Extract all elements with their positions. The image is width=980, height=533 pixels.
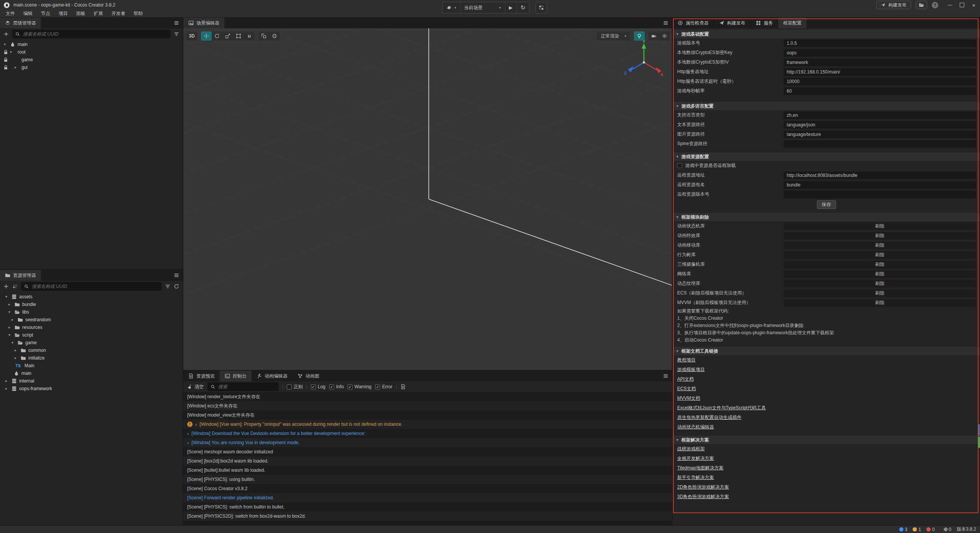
field-input[interactable] — [784, 181, 976, 189]
remove-module-button[interactable]: 剔除 — [784, 280, 976, 288]
collapse-icon[interactable]: ▾ — [676, 104, 678, 108]
collapse-icon[interactable]: ▾ — [676, 215, 678, 219]
build-publish-button[interactable]: 构建发布 — [876, 1, 911, 9]
asset-node-libs[interactable]: ▾ libs — [0, 308, 183, 316]
field-input[interactable] — [784, 59, 976, 66]
menu-panel[interactable]: 面板 — [72, 10, 90, 17]
pivot-snap-button[interactable] — [258, 31, 269, 41]
filter-warning-checkbox[interactable]: ✓ Warning — [348, 384, 371, 389]
tab-animation-editor[interactable]: 动画编辑器 — [252, 371, 292, 381]
console-search-input[interactable] — [217, 384, 276, 390]
refresh-icon[interactable] — [174, 284, 179, 289]
close-button[interactable]: × — [972, 2, 975, 8]
remove-module-button[interactable]: 剔除 — [784, 289, 976, 297]
regex-checkbox[interactable]: 正则 — [287, 384, 303, 390]
asset-node-script[interactable]: ▾ script — [0, 331, 183, 339]
maximize-button[interactable] — [960, 3, 964, 7]
coordinate-mode-button[interactable] — [269, 31, 280, 41]
mode-3d-toggle[interactable]: 3D — [186, 31, 197, 41]
expand-icon[interactable]: ▸ — [8, 302, 10, 306]
filter-info-checkbox[interactable]: ✓ Info — [329, 384, 344, 389]
tab-scene-editor[interactable]: 场景编辑器 — [183, 18, 224, 28]
filter-error-checkbox[interactable]: ✓ Error — [375, 384, 392, 389]
solution-link[interactable]: 战棋游戏框架 — [677, 444, 705, 454]
menu-file[interactable]: 文件 — [2, 10, 19, 17]
solution-link[interactable]: 2D角色扮演游戏解决方案 — [677, 482, 729, 492]
hierarchy-node-main[interactable]: ▾ main — [0, 41, 183, 48]
expand-icon[interactable]: ▸ — [15, 65, 16, 69]
tab-console[interactable]: 控制台 — [220, 371, 252, 381]
asset-node-Main[interactable]: TS Main — [0, 362, 183, 370]
expand-icon[interactable]: ▸ — [15, 348, 16, 352]
hierarchy-node-gui[interactable]: ▸ gui — [0, 64, 183, 71]
log-row-info[interactable]: › [Window] You are running Vue in develo… — [183, 438, 672, 447]
expand-icon[interactable]: ▾ — [10, 50, 12, 54]
field-input[interactable] — [784, 39, 976, 47]
expand-icon[interactable]: ▸ — [8, 325, 10, 329]
remove-module-button[interactable]: 剔除 — [784, 232, 976, 240]
doc-link[interactable]: 动画状态机编辑器 — [677, 422, 714, 432]
menu-project[interactable]: 项目 — [54, 10, 72, 17]
checkbox-checked[interactable]: ✓ — [348, 384, 353, 389]
expand-icon[interactable]: ▾ — [5, 295, 7, 299]
lighting-toggle-button[interactable] — [634, 31, 645, 41]
asset-node-internal[interactable]: ▸ internal — [0, 377, 183, 385]
filter-icon[interactable] — [165, 284, 170, 289]
filter-icon[interactable] — [174, 31, 179, 37]
solution-link[interactable]: 新手引导解决方案 — [677, 473, 714, 482]
field-input[interactable] — [784, 68, 976, 76]
asset-node-game[interactable]: ▾ game — [0, 339, 183, 347]
menu-help[interactable]: 帮助 — [129, 10, 147, 17]
checkbox-checked[interactable]: ✓ — [329, 384, 334, 389]
field-input[interactable] — [784, 172, 976, 179]
expand-icon[interactable]: › — [195, 422, 197, 427]
info-count-badge[interactable]: 3 — [899, 527, 908, 532]
create-asset-button[interactable] — [3, 284, 9, 289]
tab-framework-config[interactable]: 框架配置 — [778, 18, 807, 28]
tab-property-inspector[interactable]: 属性检查器 — [673, 18, 714, 28]
log-row-warning[interactable]: ! › [Window] [Vue warn]: Property "onInp… — [183, 420, 672, 429]
remove-module-button[interactable]: 剔除 — [784, 251, 976, 259]
task-count-badge[interactable]: 0 — [944, 527, 952, 532]
rotate-tool-button[interactable] — [212, 31, 222, 41]
create-node-button[interactable] — [3, 31, 9, 37]
asset-node-assets[interactable]: ▾ assets — [0, 293, 183, 301]
remove-module-button[interactable]: 剔除 — [784, 270, 976, 278]
minimize-button[interactable]: — — [947, 2, 952, 8]
log-row-info[interactable]: › [Window] Download the Vue Devtools ext… — [183, 429, 672, 438]
expand-icon[interactable]: ▾ — [4, 43, 6, 46]
asset-node-initialize[interactable]: ▸ initialize — [0, 354, 183, 362]
save-button[interactable]: 保存 — [817, 200, 836, 209]
hierarchy-search-input[interactable] — [22, 31, 167, 37]
solution-link[interactable]: 全栈开发解决方案 — [677, 454, 714, 463]
solution-link[interactable]: Tiledmap地图解决方案 — [677, 463, 724, 473]
field-input[interactable] — [784, 111, 976, 119]
remove-module-button[interactable]: 剔除 — [784, 222, 976, 230]
field-input[interactable] — [784, 49, 976, 57]
clear-console-button[interactable]: 清空 — [187, 384, 204, 390]
collapse-icon[interactable]: ▾ — [676, 349, 678, 353]
section-game-basic-config[interactable]: ▾ 游戏基础配置 — [673, 30, 980, 38]
solution-link[interactable]: 3D角色扮演游戏解决方案 — [677, 492, 729, 502]
menu-developer[interactable]: 开发者 — [107, 10, 129, 17]
collapse-icon[interactable]: ▾ — [676, 155, 678, 159]
scale-tool-button[interactable] — [222, 31, 233, 41]
doc-link[interactable]: 游戏模板项目 — [677, 365, 705, 374]
scene-viewport[interactable]: Y X Z 3D ∪ — [183, 28, 672, 370]
help-button[interactable]: ? — [932, 2, 938, 8]
hierarchy-node-game[interactable]: game — [0, 56, 183, 64]
play-button[interactable]: ▶ — [505, 2, 517, 13]
tab-build-publish[interactable]: 构建发布 — [714, 18, 751, 28]
warning-count-badge[interactable]: 1 — [913, 527, 921, 532]
doc-link[interactable]: 教程项目 — [677, 355, 696, 365]
field-input[interactable] — [784, 131, 976, 138]
rect-tool-button[interactable] — [233, 31, 244, 41]
tab-assets[interactable]: 资源管理器 — [0, 270, 41, 281]
doc-link[interactable]: MVVM文档 — [677, 394, 700, 403]
panel-menu-icon[interactable] — [663, 373, 668, 379]
remove-module-button[interactable]: 剔除 — [784, 261, 976, 268]
hierarchy-node-root[interactable]: ▾ root — [0, 48, 183, 56]
lock-icon[interactable] — [3, 65, 8, 70]
asset-node-bundle[interactable]: ▸ bundle — [0, 301, 183, 308]
asset-node-resources[interactable]: ▸ resources — [0, 324, 183, 331]
